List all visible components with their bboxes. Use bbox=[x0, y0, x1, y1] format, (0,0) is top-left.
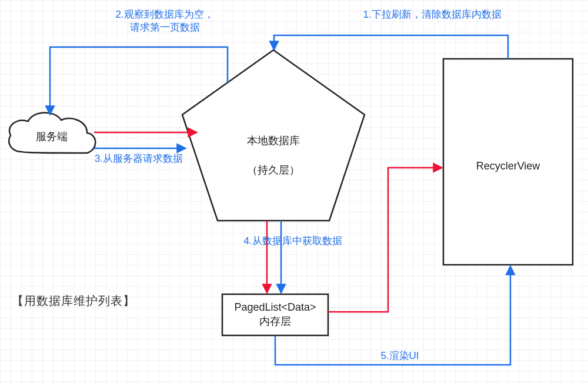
pagedlist-box: PagedList<Data> 内存层 bbox=[222, 294, 328, 335]
server-label: 服务端 bbox=[36, 131, 68, 142]
paged-label-2: 内存层 bbox=[259, 315, 291, 327]
arrow-paged-to-recycler-red bbox=[328, 168, 442, 312]
caption: 【用数据库维护列表】 bbox=[12, 293, 135, 309]
label-step2b: 请求第一页数据 bbox=[130, 22, 200, 33]
label-step1: 1.下拉刷新，清除数据库内数据 bbox=[363, 9, 501, 20]
label-step3: 3.从服务器请求数据 bbox=[95, 153, 183, 164]
recycler-label: RecyclerView bbox=[476, 160, 541, 172]
label-step5: 5.渲染UI bbox=[380, 350, 419, 361]
svg-rect-1 bbox=[222, 294, 328, 335]
arrow-step1 bbox=[274, 35, 508, 59]
label-step4: 4.从数据库中获取数据 bbox=[243, 235, 342, 247]
server-cloud: 服务端 bbox=[9, 112, 95, 153]
paged-label-1: PagedList<Data> bbox=[234, 301, 316, 313]
recyclerview-box: RecyclerView bbox=[443, 59, 573, 265]
label-step2a: 2.观察到数据库为空， bbox=[115, 9, 213, 20]
local-db-pentagon: 本地数据库 （持久层） bbox=[182, 50, 365, 221]
db-label-1: 本地数据库 bbox=[247, 135, 300, 147]
diagram-svg: 服务端 本地数据库 （持久层） PagedList<Data> 内存层 Recy… bbox=[0, 0, 588, 386]
db-label-2: （持久层） bbox=[247, 164, 300, 176]
